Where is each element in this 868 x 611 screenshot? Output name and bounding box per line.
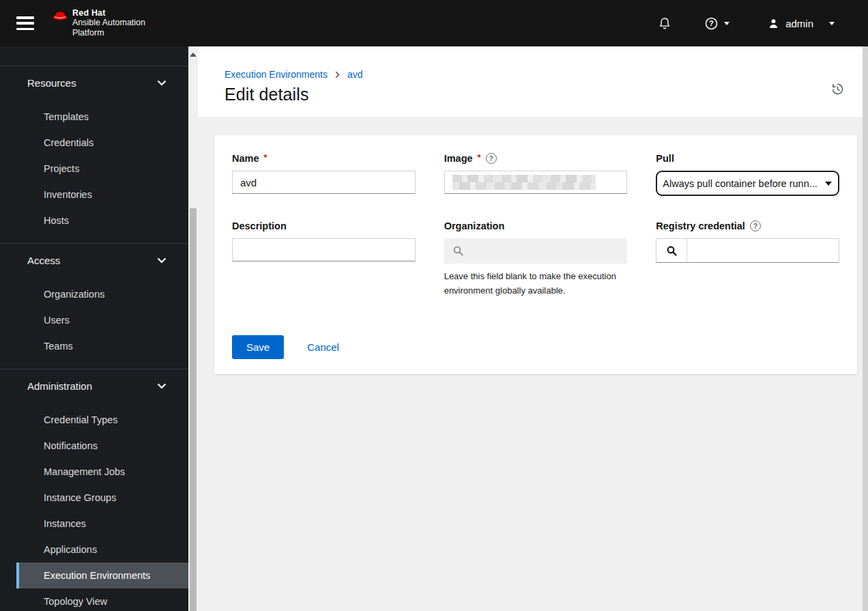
nav-group-resources: ResourcesTemplatesCredentialsProjectsInv…: [0, 66, 188, 233]
sidebar-item-teams[interactable]: Teams: [16, 333, 188, 359]
page-title: Edit details: [225, 85, 309, 104]
help-question-icon: ?: [705, 17, 718, 30]
image-help-icon[interactable]: ?: [486, 153, 497, 164]
app-root: Red Hat Ansible Automation Platform ?: [0, 0, 868, 611]
brand-subtitle-line1: Ansible Automation: [72, 18, 145, 28]
brand-text: Red Hat Ansible Automation Platform: [72, 8, 145, 39]
chevron-down-icon: [829, 22, 835, 25]
registry-credential-input[interactable]: [687, 239, 839, 262]
nav-toggle-button[interactable]: [16, 16, 34, 30]
required-asterisk: *: [264, 152, 267, 162]
select-caret-icon: [825, 182, 832, 186]
name-label: Name: [232, 153, 259, 164]
nav-list: Credential TypesNotificationsManagement …: [0, 407, 188, 611]
content-body: Name * Image * ?: [198, 117, 863, 611]
cancel-button[interactable]: Cancel: [296, 335, 350, 359]
sidebar-item-notifications[interactable]: Notifications: [16, 433, 188, 459]
sidebar-item-hosts[interactable]: Hosts: [16, 208, 188, 233]
field-pull: Pull Always pull container before runn..…: [656, 153, 839, 196]
masthead-toolbar: ? admin: [654, 13, 839, 34]
redacted-image-value: [452, 175, 596, 190]
breadcrumb: Execution Environmentsavd: [225, 69, 846, 80]
image-input[interactable]: [444, 171, 628, 194]
page-scrollbar[interactable]: [863, 46, 868, 611]
field-description: Description: [232, 221, 416, 298]
description-label: Description: [232, 221, 287, 231]
sidebar-item-credentials[interactable]: Credentials: [16, 130, 188, 156]
field-name: Name *: [232, 153, 416, 196]
sidebar-item-organizations[interactable]: Organizations: [16, 281, 188, 307]
brand-subtitle-line2: Platform: [72, 28, 145, 38]
sidebar-scrollbar[interactable]: [188, 46, 198, 611]
sidebar-item-execution-environments[interactable]: Execution Environments: [16, 563, 188, 588]
sidebar-item-instances[interactable]: Instances: [16, 511, 188, 537]
sidebar-item-topology-view[interactable]: Topology View: [16, 588, 188, 611]
breadcrumb-separator-icon: [335, 71, 340, 79]
edit-details-form: Name * Image * ?: [232, 153, 839, 298]
svg-text:?: ?: [709, 19, 714, 27]
sidebar-item-inventories[interactable]: Inventories: [16, 182, 188, 208]
search-icon: [452, 245, 464, 257]
registry-credential-help-icon[interactable]: ?: [750, 221, 761, 231]
nav-group-label: Resources: [27, 77, 76, 89]
nav-group-toggle-access[interactable]: Access: [0, 244, 188, 277]
search-icon: [666, 245, 678, 257]
field-registry-credential: Registry credential ?: [656, 221, 839, 298]
registry-credential-lookup: [656, 238, 839, 263]
pull-selected-value: Always pull container before runn...: [663, 178, 822, 189]
sidebar-item-applications[interactable]: Applications: [16, 537, 188, 563]
organization-lookup: [444, 238, 628, 264]
chevron-down-icon: [157, 257, 167, 264]
registry-credential-search-button[interactable]: [656, 239, 687, 262]
scrollbar-thumb[interactable]: [190, 208, 197, 611]
content-header: Execution Environmentsavd Edit details: [198, 46, 863, 117]
help-menu-button[interactable]: ?: [701, 13, 734, 34]
user-icon: [768, 18, 779, 29]
history-icon: [830, 82, 845, 96]
field-image: Image * ?: [444, 153, 628, 196]
nav-group-label: Administration: [27, 380, 92, 392]
notifications-button[interactable]: [654, 13, 675, 34]
nav-group-label: Access: [27, 255, 60, 266]
scrollbar-up-arrow-icon[interactable]: [190, 53, 197, 57]
edit-details-card: Name * Image * ?: [214, 135, 857, 374]
organization-help-text: Leave this field blank to make the execu…: [444, 270, 628, 298]
brand-logo: Red Hat Ansible Automation Platform: [52, 8, 145, 39]
breadcrumb-link-avd[interactable]: avd: [347, 69, 363, 80]
sidebar-item-instance-groups[interactable]: Instance Groups: [16, 485, 188, 511]
description-input[interactable]: [232, 238, 416, 261]
breadcrumb-link-execution-environments[interactable]: Execution Environments: [225, 69, 328, 80]
image-label: Image: [444, 153, 473, 164]
page-scrollbar-thumb[interactable]: [863, 46, 868, 611]
sidebar-item-projects[interactable]: Projects: [16, 156, 188, 182]
nav-group-toggle-administration[interactable]: Administration: [0, 369, 188, 403]
sidebar-item-management-jobs[interactable]: Management Jobs: [16, 459, 188, 485]
main-content: Execution Environmentsavd Edit details: [198, 46, 863, 611]
hamburger-icon: [16, 16, 34, 19]
sidebar-item-templates[interactable]: Templates: [16, 104, 188, 130]
user-menu-button[interactable]: admin: [764, 14, 839, 33]
required-asterisk: *: [478, 152, 481, 162]
masthead: Red Hat Ansible Automation Platform ?: [0, 0, 868, 46]
chevron-down-icon: [724, 22, 729, 25]
chevron-down-icon: [157, 80, 167, 86]
chevron-down-icon: [157, 383, 167, 389]
nav-list: OrganizationsUsersTeams: [0, 281, 188, 359]
name-input[interactable]: [232, 171, 416, 194]
redhat-fedora-icon: [52, 8, 68, 22]
form-actions: Save Cancel: [232, 335, 839, 359]
pull-select[interactable]: Always pull container before runn...: [656, 171, 839, 196]
registry-credential-label: Registry credential: [656, 221, 745, 231]
sidebar-item-credential-types[interactable]: Credential Types: [16, 407, 188, 433]
nav-group-toggle-resources[interactable]: Resources: [0, 66, 188, 100]
history-button[interactable]: [829, 81, 846, 100]
sidebar-nav: ResourcesTemplatesCredentialsProjectsInv…: [0, 46, 188, 611]
sidebar-item-users[interactable]: Users: [16, 307, 188, 333]
save-button[interactable]: Save: [232, 335, 284, 359]
field-organization: Organization Leave this field blank to m…: [444, 221, 628, 298]
brand-title: Red Hat: [72, 8, 145, 18]
bell-icon: [659, 17, 671, 30]
nav-group-access: AccessOrganizationsUsersTeams: [0, 243, 188, 359]
organization-label: Organization: [444, 221, 505, 231]
username-label: admin: [785, 18, 813, 29]
